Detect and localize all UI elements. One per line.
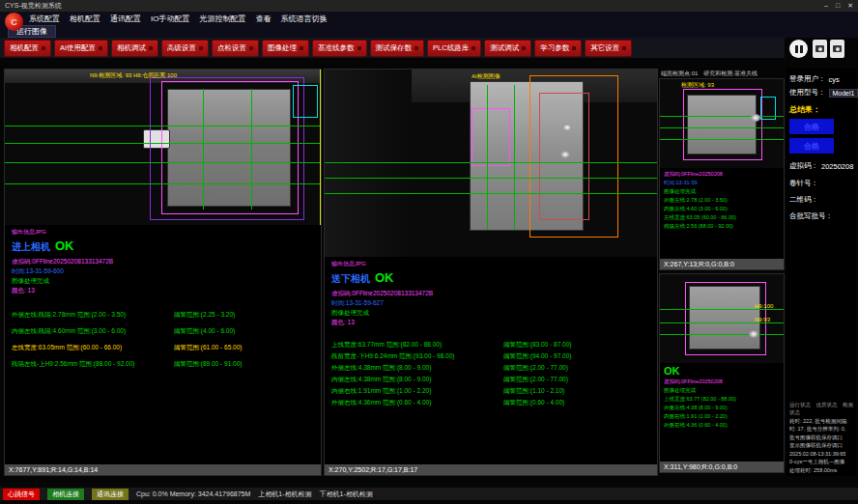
measure-threshold: 阈警范围:(94.00 - 97.00)	[503, 352, 571, 361]
tabbar: 运行图像	[0, 25, 858, 38]
toolbar-camera-config-button[interactable]: 相机配置	[4, 40, 51, 57]
button-label: 图像处理	[268, 43, 297, 53]
login-user-value: cys	[829, 75, 840, 84]
toolbar-learn-params-button[interactable]: 学习参数	[534, 40, 582, 57]
toolbar-test-save-button[interactable]: 测试保存数	[370, 40, 425, 57]
pause-button[interactable]	[789, 40, 808, 58]
toolbar-advanced-settings-button[interactable]: 高级设置	[161, 40, 209, 57]
lower-camera-view: AI检测图像 输出信息JPG 送下相机 OK 虚拟码:0FFline202502…	[324, 69, 658, 476]
app-window: CYS-视觉检测系统 – □ ✕ C 系统配置 相机配置 通讯配置 IO手动配置…	[0, 0, 858, 504]
menu-view[interactable]: 查看	[255, 14, 271, 24]
model-select[interactable]: Model1	[829, 89, 858, 98]
measurement-row: 左线宽度:63.05mm 范围:(60.00 - 66.00)阈警范围:(61.…	[12, 340, 314, 356]
pause-icon	[795, 45, 798, 53]
measure-line	[5, 162, 321, 163]
measure-threshold: 阈警范围:(1.10 - 2.10)	[503, 387, 564, 396]
measure-threshold: 阈警范围:(4.00 - 6.00)	[174, 327, 235, 336]
button-dot	[249, 46, 253, 50]
measurement-row: 内侧左线:4.38mm 范围:(8.00 - 9.00)阈警范围:(2.00 -…	[331, 374, 650, 385]
app-logo-icon: C	[5, 13, 23, 31]
lower-camera-results: 输出信息JPG 送下相机 OK 虚拟码:0FFline2025020813313…	[325, 257, 657, 411]
measure-value: 左线宽度:63.05 (60.00 - 66.00)	[664, 213, 780, 222]
result-meta: 输出信息JPG	[12, 228, 314, 237]
info-sidebar: 登录用户： cys 使用型号： Model1 总结果： 合格 合格 虚拟码： 2…	[786, 69, 856, 476]
stats-line: 时: 17, 批号分辨率判: 0,	[789, 425, 853, 434]
button-dot	[199, 46, 203, 50]
qrcode-label: 二维码：	[789, 195, 853, 205]
measure-line	[325, 162, 657, 163]
edge-marker-line	[320, 70, 321, 225]
button-dot	[149, 46, 153, 50]
measure-value: 内侧右线:1.91mm 范围:(1.00 - 2.20)	[331, 387, 503, 396]
button-dot	[42, 46, 45, 50]
menu-io-manual-config[interactable]: IO手动配置	[151, 14, 189, 24]
button-label: 学习参数	[540, 43, 569, 53]
roi-box-magenta	[683, 89, 762, 160]
close-icon[interactable]: ✕	[847, 2, 853, 10]
process-done-line: 图像处理完成	[664, 386, 780, 395]
camera-snapshot-button-2[interactable]	[830, 40, 844, 58]
stats-line: 显示图像联机保存调口	[789, 441, 853, 450]
measure-line-vertical	[514, 85, 515, 230]
measurement-row: 残留宽度-下H9:6.24mm 范围:(93.00 - 98.00)阈警范围:(…	[331, 350, 650, 362]
measure-value: 内侧右线:1.91 (1.00 - 2.20)	[664, 412, 780, 421]
button-label: 测试调试	[490, 43, 519, 53]
upper-camera-view: N9:检测区域: 93 H9:仓间距离:100 输出信息JPG 进上相机 OK …	[4, 69, 322, 476]
model-label: 使用型号：	[789, 88, 826, 98]
needle-number-label: 卷针号：	[789, 179, 853, 188]
toolbar-ai-config-button[interactable]: AI使用配置	[54, 40, 108, 57]
heartbeat-button[interactable]: 心跳信号	[3, 489, 40, 500]
measurement-table: 外侧左线:残隔:2.78mm 范围:(2.00 - 3.50)阈警范围:(2.2…	[12, 307, 314, 373]
measure-threshold: 阈警范围:(61.00 - 65.00)	[174, 344, 242, 352]
toolbar-plc-library-button[interactable]: PLC线路库	[427, 40, 481, 57]
button-label: PLC线路库	[433, 43, 469, 53]
aux-camera-image-top[interactable]: 检测区域: 93	[660, 79, 784, 168]
bottom-statusbar: 心跳信号 相机连接 通讯连接 Cpu: 0.0% Memory: 3424.41…	[0, 488, 858, 500]
time-line: 时间:13-31-59	[664, 179, 780, 187]
toolbar-baseline-params-button[interactable]: 基准线参数	[312, 40, 367, 57]
virtual-code-line: 虚拟码:0FFline2025020813313472B	[331, 289, 650, 298]
menu-light-config[interactable]: 光源控制配置	[199, 14, 245, 24]
camera-snapshot-button-1[interactable]	[813, 40, 827, 58]
minimize-icon[interactable]: –	[824, 2, 828, 10]
color-line: 颜色: 13	[331, 318, 650, 327]
measure-value: 内侧左线:4.38mm 范围:(8.00 - 9.00)	[331, 376, 503, 384]
upper-camera-image[interactable]: N9:检测区域: 93 H9:仓间距离:100	[5, 70, 321, 225]
menu-camera-config[interactable]: 相机配置	[70, 14, 100, 24]
menu-comm-config[interactable]: 通讯配置	[110, 14, 141, 24]
lower-camera-image[interactable]: AI检测图像	[325, 70, 657, 257]
measure-value: 上线宽度:63.77mm 范围:(82.00 - 88.00)	[331, 341, 503, 350]
aux-camera-image-bottom[interactable]: H9:100 N9:93	[660, 274, 784, 363]
menu-system-config[interactable]: 系统配置	[29, 14, 60, 24]
toolbar-spot-check-button[interactable]: 点检设置	[212, 40, 259, 57]
menu-language-switch[interactable]: 系统语言切换	[280, 14, 327, 24]
login-user-label: 登录用户：	[789, 74, 826, 84]
measure-line	[660, 322, 784, 323]
color-line: 颜色: 13	[12, 286, 314, 295]
maximize-icon[interactable]: □	[836, 2, 840, 10]
menubar: 系统配置 相机配置 通讯配置 IO手动配置 光源控制配置 查看 系统语言切换	[0, 12, 858, 25]
button-label: AI使用配置	[60, 43, 96, 53]
result-meta: 输出信息JPG	[331, 260, 650, 268]
titlebar: CYS-视觉检测系统 – □ ✕	[0, 0, 858, 12]
toolbar-test-debug-button[interactable]: 测试调试	[484, 40, 531, 57]
button-dot	[300, 46, 303, 50]
measure-line-vertical	[203, 89, 204, 210]
cpu-memory-readout: Cpu: 0.0% Memory: 3424.41796875M	[136, 490, 250, 497]
toolbar-image-process-button[interactable]: 图像处理	[262, 40, 309, 57]
aux-camera-view-bottom: H9:100 N9:93 OK 虚拟码:0FFline20250208 图像处理…	[659, 273, 785, 473]
measure-threshold: 阈警范围:(89.00 - 91.00)	[174, 360, 242, 369]
stats-line: 批号图像联机保存调口	[789, 434, 853, 442]
measure-value: 外侧左线:4.38 (8.00 - 9.00)	[664, 404, 780, 412]
measure-line	[660, 334, 784, 335]
upper-camera-detect-label: 上相机1-相机检测	[258, 490, 311, 499]
roi-overlay-label: N9:93	[755, 317, 770, 322]
virtual-code-line: 虚拟码:0FFline20250208	[664, 170, 780, 179]
toolbar-other-settings-button[interactable]: 其它设置	[585, 40, 632, 57]
aux-header-right: 研究和检测:基准共线	[703, 70, 758, 78]
toolbar-camera-debug-button[interactable]: 相机调试	[111, 40, 158, 57]
measure-value: 残留宽度-下H9:6.24mm 范围:(93.00 - 98.00)	[331, 352, 503, 361]
result-title: 送下相机	[331, 272, 370, 286]
measure-value: 外侧左线:4.38mm 范围:(8.00 - 9.00)	[331, 364, 503, 373]
stats-header: 运行状态 优质状态 检测状态	[789, 401, 853, 417]
